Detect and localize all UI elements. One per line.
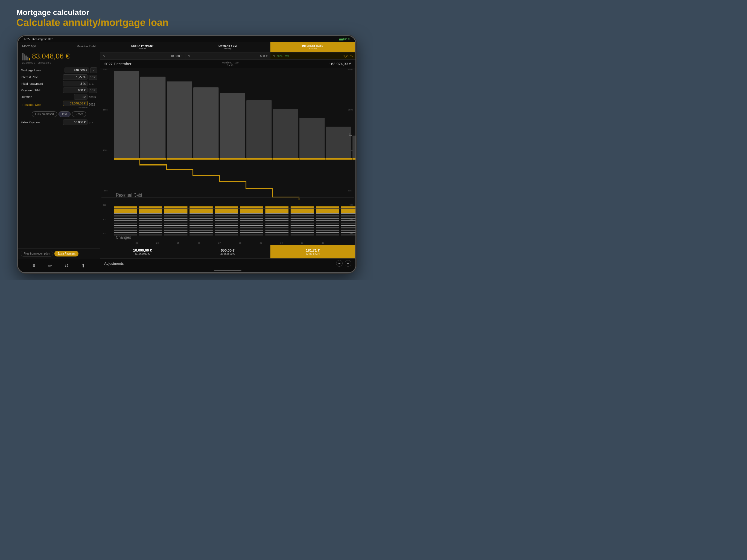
svg-rect-1 <box>140 77 165 159</box>
bv-ir-main: 181,71 € <box>306 248 320 252</box>
app-area: Mortgage Residual Debt 83.048,06 € <box>18 42 356 272</box>
svg-rect-40 <box>341 206 356 213</box>
x-label-31: 31 <box>292 242 312 244</box>
extra-payment-input[interactable] <box>63 120 87 125</box>
app-name: Mortgage <box>22 44 36 48</box>
mortgage-loan-dropdown[interactable]: ∨ <box>90 67 97 73</box>
edit-icon[interactable]: ✏ <box>48 263 52 269</box>
mini-bar-gold <box>29 58 30 60</box>
y2-r-200: 200 <box>350 233 353 235</box>
svg-rect-11 <box>140 158 166 159</box>
y-label-50k: 50k <box>104 189 107 192</box>
bottom-tabs: Free from redemption Extra Payment <box>18 248 100 259</box>
svg-rect-19 <box>353 158 356 159</box>
x-axis: 23 24 25 26 27 28 29 30 31 32 <box>101 241 354 245</box>
svg-rect-18 <box>326 158 352 159</box>
svg-rect-41 <box>341 213 356 236</box>
ep-value: 10.000 € <box>106 54 182 58</box>
extra-payment-row: Extra Payment p. a. <box>18 119 100 126</box>
interest-rate-input[interactable] <box>63 74 87 80</box>
clock-icon[interactable]: ↺ <box>65 263 69 269</box>
svg-rect-38 <box>316 206 339 213</box>
initial-repayment-label: Initial repayment <box>21 82 63 85</box>
ep-tab-sub: annual <box>139 47 146 50</box>
field-duration: Duration Years <box>21 94 97 100</box>
initial-repayment-input[interactable] <box>63 81 87 86</box>
pemi-edit-icon[interactable]: ✎ <box>188 54 190 57</box>
bv-pemi-sub: 39.000,00 € <box>221 252 235 255</box>
interest-rate-tab-header[interactable]: Interest Rate annually <box>271 42 356 52</box>
second-chart-y-axis-right: 600 400 200 <box>350 198 353 241</box>
svg-rect-32 <box>240 206 263 213</box>
chart-dot <box>349 133 352 136</box>
residual-debt-label: Residual Debt <box>77 45 96 48</box>
fields-area: Mortgage Loan ∨ Interest Rate 1/12 Initi… <box>18 66 100 110</box>
ir-value-row: ✎ 83 % 1,25 % <box>270 52 356 59</box>
svg-rect-14 <box>220 158 246 159</box>
field-payment-emi: Payment / EMI 1/12 <box>21 87 97 93</box>
pemi-tab-sub: monthly <box>224 47 231 50</box>
mortgage-loan-label: Mortgage Loan <box>21 69 65 72</box>
payment-emi-tab-header[interactable]: Payment / EMI monthly <box>185 42 270 52</box>
fully-amortised-button[interactable]: Fully amortised <box>32 111 57 117</box>
svg-rect-39 <box>316 213 339 236</box>
svg-rect-6 <box>273 109 298 159</box>
ep-edit-icon[interactable]: ✎ <box>103 54 105 57</box>
ir-tab-title: Interest Rate <box>302 45 323 47</box>
sub-values: 21.048,06 € 78.000,00 € <box>18 61 100 66</box>
x-label-24: 24 <box>148 242 168 244</box>
extra-payment-tab-header[interactable]: Extra Payment annual <box>100 42 185 52</box>
home-indicator <box>214 270 241 271</box>
right-top-bar: Extra Payment annual Payment / EMI month… <box>100 42 356 52</box>
reset-button[interactable]: Reset <box>72 111 86 117</box>
bottom-values-bar: 10.000,00 € 50.000,00 € 650,00 € 39.000,… <box>100 245 356 258</box>
svg-rect-30 <box>215 206 238 213</box>
chart-header: 2027 December Month 60 - 120 5 - 10 163.… <box>100 60 356 68</box>
svg-rect-2 <box>167 81 192 159</box>
initial-repayment-unit: p. a. <box>89 82 97 85</box>
x-label-30: 30 <box>272 242 291 244</box>
duration-label: Duration <box>21 95 74 98</box>
battery-text: 83 % <box>277 55 282 57</box>
less-button[interactable]: less <box>58 111 71 117</box>
svg-rect-35 <box>265 213 288 236</box>
svg-rect-7 <box>300 118 325 159</box>
chart-total: 163.974,33 € <box>329 62 351 66</box>
extra-payment-tab[interactable]: Extra Payment <box>54 251 78 256</box>
x-label-25: 25 <box>168 242 188 244</box>
adjustments-bar: Adjustments − + <box>100 258 356 268</box>
svg-text:Changes: Changes <box>116 235 131 239</box>
svg-rect-4 <box>220 93 245 159</box>
share-icon[interactable]: ⬆ <box>81 263 85 269</box>
charts-container: 200k 150k 100k 50k 200k 150k 100k 50k <box>100 68 356 245</box>
ep-tab-title: Extra Payment <box>131 45 154 47</box>
interest-rate-unit[interactable]: 1/12 <box>88 75 97 80</box>
y-axis-left: 200k 150k 100k 50k <box>103 68 107 192</box>
svg-rect-29 <box>189 213 213 236</box>
status-bar: 17:27 Dienstag 12. Dez. 83 % <box>18 36 356 42</box>
second-chart: Changes 600 400 200 600 400 200 <box>101 198 354 241</box>
mortgage-loan-input[interactable] <box>65 68 89 73</box>
ir-edit-icon[interactable]: ✎ <box>273 54 275 57</box>
chart-range: Month 60 - 120 5 - 10 <box>222 61 239 67</box>
status-time: 17:27 Dienstag 12. Dez. <box>24 38 54 41</box>
mini-chart <box>22 52 30 60</box>
adj-minus-button[interactable]: − <box>336 260 343 266</box>
menu-icon[interactable]: ≡ <box>32 263 35 269</box>
field-mortgage-loan: Mortgage Loan ∨ <box>21 67 97 73</box>
extra-payment-unit: p. a. <box>89 121 97 124</box>
payment-emi-unit[interactable]: 1/12 <box>88 88 97 93</box>
bv-extra-payment: 10.000,00 € 50.000,00 € <box>100 245 185 258</box>
free-from-redemption-tab[interactable]: Free from redemption <box>21 251 53 256</box>
adj-plus-button[interactable]: + <box>345 260 351 266</box>
svg-rect-27 <box>164 213 187 236</box>
bv-pemi-main: 650,00 € <box>221 248 235 252</box>
duration-input[interactable] <box>74 94 87 100</box>
mini-bar-3 <box>25 55 27 60</box>
residual-debt-input[interactable] <box>63 101 87 106</box>
svg-rect-12 <box>167 158 193 159</box>
svg-rect-5 <box>247 100 272 159</box>
ep-value-row: ✎ 10.000 € <box>100 52 185 59</box>
page-subtitle: Calculate annuity/mortgage loan <box>17 17 357 28</box>
payment-emi-input[interactable] <box>63 87 87 93</box>
